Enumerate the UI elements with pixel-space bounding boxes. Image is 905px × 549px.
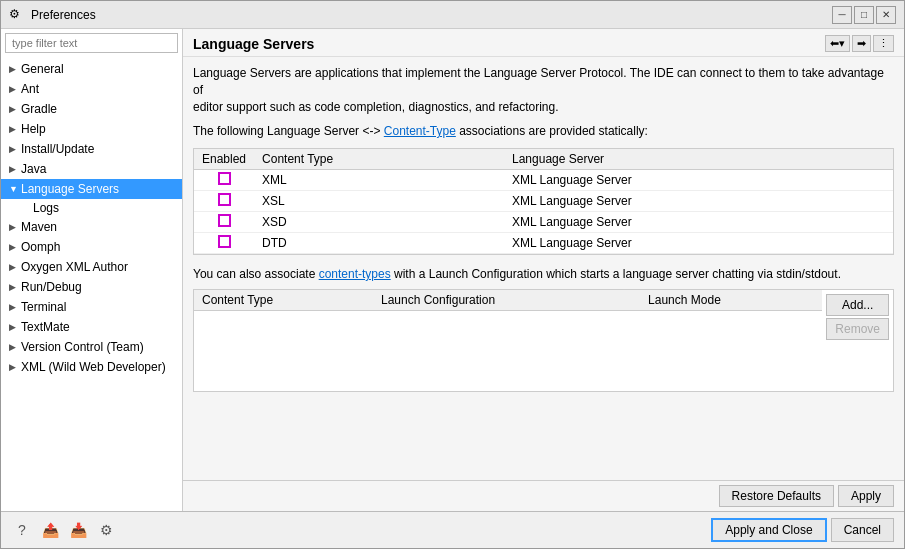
preferences-dialog: ⚙ Preferences ─ □ ✕ ▶ General ▶ Ant [0,0,905,549]
tree-area: ▶ General ▶ Ant ▶ Gradle ▶ Help ▶ Inst [1,57,182,511]
title-bar: ⚙ Preferences ─ □ ✕ [1,1,904,29]
close-button[interactable]: ✕ [876,6,896,24]
title-bar-left: ⚙ Preferences [9,7,96,23]
enabled-checkbox[interactable] [218,193,231,206]
sidebar-item-label: Gradle [21,100,57,118]
sidebar-item-label: Terminal [21,298,66,316]
export-icon-button[interactable]: 📤 [39,519,61,541]
dialog-footer-left: ? 📤 📥 ⚙ [11,519,117,541]
right-panel: Language Servers ⬅▾ ➡ ⋮ Language Servers… [183,29,904,511]
dynamic-table-inner: Content Type Launch Configuration Launch… [194,290,822,391]
sidebar-item-label: Maven [21,218,57,236]
description-text: Language Servers are applications that i… [193,65,894,115]
sidebar-item-gradle[interactable]: ▶ Gradle [1,99,182,119]
dialog-footer-right: Apply and Close Cancel [711,518,894,542]
sidebar-item-install-update[interactable]: ▶ Install/Update [1,139,182,159]
sidebar-item-version-control[interactable]: ▶ Version Control (Team) [1,337,182,357]
panel-toolbar: ⬅▾ ➡ ⋮ [825,35,894,52]
sidebar-item-label: General [21,60,64,78]
expand-arrow: ▶ [9,100,21,118]
remove-button[interactable]: Remove [826,318,889,340]
expand-arrow: ▶ [9,318,21,336]
panel-body: Language Servers are applications that i… [183,57,904,480]
description-line1: Language Servers are applications that i… [193,66,884,97]
side-buttons: Add... Remove [826,290,893,391]
language-server-cell: XML Language Server [504,191,893,212]
col-header-enabled: Enabled [194,149,254,170]
table-row: XSLXML Language Server [194,191,893,212]
dynamic-suffix: with a Launch Configuration which starts… [391,267,841,281]
sidebar-item-maven[interactable]: ▶ Maven [1,217,182,237]
sidebar-item-label: TextMate [21,318,70,336]
apply-close-button[interactable]: Apply and Close [711,518,826,542]
enabled-cell [194,212,254,233]
associations-suffix: associations are provided statically: [456,124,648,138]
sidebar-item-label: Language Servers [21,180,119,198]
sidebar-item-help[interactable]: ▶ Help [1,119,182,139]
apply-button[interactable]: Apply [838,485,894,507]
sidebar-item-java[interactable]: ▶ Java [1,159,182,179]
content-type-cell: XSD [254,212,504,233]
restore-defaults-button[interactable]: Restore Defaults [719,485,834,507]
expand-arrow: ▶ [9,140,21,158]
content-type-link[interactable]: Content-Type [384,124,456,138]
sidebar-item-terminal[interactable]: ▶ Terminal [1,297,182,317]
main-content: ▶ General ▶ Ant ▶ Gradle ▶ Help ▶ Inst [1,29,904,511]
sidebar-item-xml-wild-web[interactable]: ▶ XML (Wild Web Developer) [1,357,182,377]
table-row: XSDXML Language Server [194,212,893,233]
panel-title: Language Servers [193,36,314,52]
sidebar-item-run-debug[interactable]: ▶ Run/Debug [1,277,182,297]
settings-icon-button[interactable]: ⚙ [95,519,117,541]
expand-arrow: ▶ [9,80,21,98]
sidebar-item-oomph[interactable]: ▶ Oomph [1,237,182,257]
more-button[interactable]: ⋮ [873,35,894,52]
filter-input[interactable] [5,33,178,53]
sidebar-item-label: Version Control (Team) [21,338,144,356]
help-icon-button[interactable]: ? [11,519,33,541]
dynamic-table-empty [194,311,822,391]
dialog-title: Preferences [31,8,96,22]
cancel-button[interactable]: Cancel [831,518,894,542]
content-types-link[interactable]: content-types [319,267,391,281]
enabled-checkbox[interactable] [218,214,231,227]
import-icon-button[interactable]: 📥 [67,519,89,541]
enabled-cell [194,233,254,254]
sidebar-item-general[interactable]: ▶ General [1,59,182,79]
expand-arrow: ▶ [9,160,21,178]
forward-button[interactable]: ➡ [852,35,871,52]
minimize-button[interactable]: ─ [832,6,852,24]
expand-arrow: ▼ [9,180,21,198]
dyn-col-launch-mode: Launch Mode [640,290,822,311]
static-table: Enabled Content Type Language Server XML… [194,149,893,254]
enabled-checkbox[interactable] [218,172,231,185]
dialog-footer: ? 📤 📥 ⚙ Apply and Close Cancel [1,511,904,548]
expand-arrow: ▶ [9,60,21,78]
sidebar-item-label: XML (Wild Web Developer) [21,358,166,376]
expand-arrow: ▶ [9,298,21,316]
enabled-checkbox[interactable] [218,235,231,248]
sidebar-item-label: Java [21,160,46,178]
expand-arrow: ▶ [9,120,21,138]
sidebar: ▶ General ▶ Ant ▶ Gradle ▶ Help ▶ Inst [1,29,183,511]
panel-header: Language Servers ⬅▾ ➡ ⋮ [183,29,904,57]
dyn-col-content-type: Content Type [194,290,373,311]
sidebar-item-label: Oxygen XML Author [21,258,128,276]
col-header-content-type: Content Type [254,149,504,170]
language-server-cell: XML Language Server [504,212,893,233]
sidebar-item-label: Help [21,120,46,138]
table-row: DTDXML Language Server [194,233,893,254]
sidebar-item-logs[interactable]: Logs [1,199,182,217]
sidebar-item-ant[interactable]: ▶ Ant [1,79,182,99]
static-table-container: Enabled Content Type Language Server XML… [193,148,894,255]
enabled-cell [194,170,254,191]
dyn-col-launch-config: Launch Configuration [373,290,640,311]
add-button[interactable]: Add... [826,294,889,316]
sidebar-item-oxygen-xml-author[interactable]: ▶ Oxygen XML Author [1,257,182,277]
col-header-language-server: Language Server [504,149,893,170]
content-type-cell: XML [254,170,504,191]
maximize-button[interactable]: □ [854,6,874,24]
language-server-cell: XML Language Server [504,170,893,191]
back-button[interactable]: ⬅▾ [825,35,850,52]
sidebar-item-language-servers[interactable]: ▼ Language Servers [1,179,182,199]
sidebar-item-textmate[interactable]: ▶ TextMate [1,317,182,337]
